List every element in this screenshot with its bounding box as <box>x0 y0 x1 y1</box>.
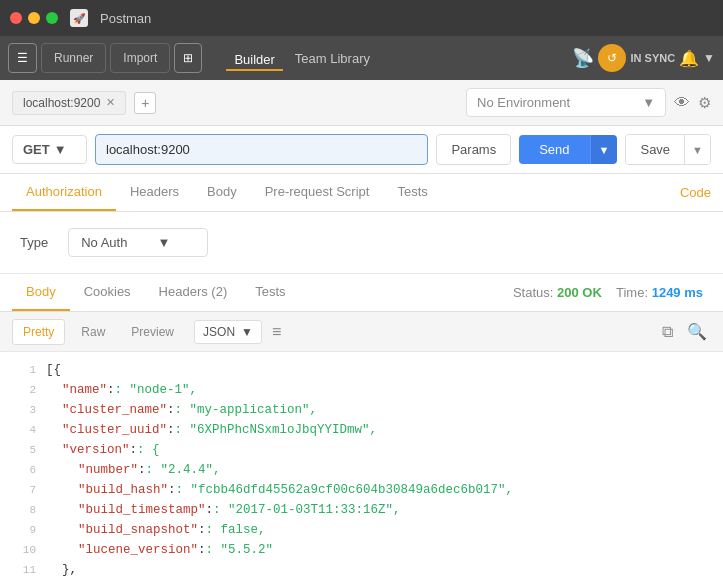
new-tab-button[interactable]: ⊞ <box>174 43 202 73</box>
sync-label: IN SYNC <box>630 52 675 64</box>
search-icon[interactable]: 🔍 <box>683 318 711 345</box>
line-number: 9 <box>8 522 36 540</box>
body-toolbar: Pretty Raw Preview JSON ▼ ≡ ⧉ 🔍 <box>0 312 723 352</box>
method-selector[interactable]: GET ▼ <box>12 135 87 164</box>
send-dropdown-button[interactable]: ▼ <box>590 135 618 164</box>
tab-body[interactable]: Body <box>193 174 251 211</box>
json-line: 1[{ <box>0 360 723 380</box>
send-label: Send <box>539 142 569 157</box>
params-button[interactable]: Params <box>436 134 511 165</box>
line-number: 7 <box>8 482 36 500</box>
titlebar: 🚀 Postman <box>0 0 723 36</box>
params-label: Params <box>451 142 496 157</box>
save-caret-icon: ▼ <box>692 144 703 156</box>
env-label: No Environment <box>477 95 570 110</box>
minimize-button[interactable] <box>28 12 40 24</box>
save-dropdown-button[interactable]: ▼ <box>684 135 710 164</box>
auth-type-selector[interactable]: No Auth ▼ <box>68 228 208 257</box>
import-label: Import <box>123 51 157 65</box>
tab-tests[interactable]: Tests <box>383 174 441 211</box>
format-selector[interactable]: JSON ▼ <box>194 320 262 344</box>
json-line: 7"build_hash":: "fcbb46dfd45562a9cf00c60… <box>0 480 723 500</box>
line-content: "cluster_name":: "my-application", <box>46 400 715 420</box>
tab-url: localhost:9200 <box>23 96 100 110</box>
env-right-controls: 👁 ⚙ <box>674 94 711 112</box>
line-number: 4 <box>8 422 36 440</box>
settings-icon[interactable]: ⚙ <box>698 94 711 112</box>
json-line: 2"name":: "node-1", <box>0 380 723 400</box>
line-content: "version":: { <box>46 440 715 460</box>
json-line: 11}, <box>0 560 723 577</box>
new-request-button[interactable]: + <box>134 92 156 114</box>
resp-tab-cookies[interactable]: Cookies <box>70 274 145 311</box>
env-chevron-icon: ▼ <box>642 95 655 110</box>
line-number: 3 <box>8 402 36 420</box>
tab-authorization[interactable]: Authorization <box>12 174 116 211</box>
import-button[interactable]: Import <box>110 43 170 73</box>
line-content: "build_snapshot":: false, <box>46 520 715 540</box>
preview-button[interactable]: Preview <box>121 320 184 344</box>
response-area: Body Cookies Headers (2) Tests Status: 2… <box>0 274 723 577</box>
sidebar-toggle-button[interactable]: ☰ <box>8 43 37 73</box>
close-button[interactable] <box>10 12 22 24</box>
builder-tab[interactable]: Builder <box>226 48 282 71</box>
send-button-group: Send ▼ <box>519 135 617 164</box>
json-line: 9"build_snapshot":: false, <box>0 520 723 540</box>
request-bar: GET ▼ Params Send ▼ Save ▼ <box>0 126 723 174</box>
response-status-area: Status: 200 OK Time: 1249 ms <box>300 285 711 300</box>
maximize-button[interactable] <box>46 12 58 24</box>
auth-section: Type No Auth ▼ <box>0 212 723 274</box>
time-prefix: Time: <box>616 285 648 300</box>
resp-tab-headers[interactable]: Headers (2) <box>145 274 242 311</box>
runner-label: Runner <box>54 51 93 65</box>
line-number: 2 <box>8 382 36 400</box>
resp-tab-body[interactable]: Body <box>12 274 70 311</box>
status-value: 200 OK <box>557 285 602 300</box>
pretty-button[interactable]: Pretty <box>12 319 65 345</box>
wrap-icon[interactable]: ≡ <box>272 323 281 341</box>
json-viewer: 1[{2"name":: "node-1",3"cluster_name":: … <box>0 352 723 577</box>
main-area: localhost:9200 ✕ + No Environment ▼ 👁 ⚙ … <box>0 80 723 577</box>
status-prefix: Status: <box>513 285 553 300</box>
sync-icon[interactable]: ↺ <box>598 44 626 72</box>
bell-icon[interactable]: 🔔 <box>679 49 699 68</box>
sync-area: 📡 ↺ IN SYNC <box>572 44 675 72</box>
line-number: 10 <box>8 542 36 560</box>
line-content: "lucene_version":: "5.5.2" <box>46 540 715 560</box>
save-button-group: Save ▼ <box>625 134 711 165</box>
window-controls <box>10 12 58 24</box>
json-line: 3"cluster_name":: "my-application", <box>0 400 723 420</box>
request-tabs: Authorization Headers Body Pre-request S… <box>0 174 723 212</box>
raw-button[interactable]: Raw <box>71 320 115 344</box>
navbar: ☰ Runner Import ⊞ Builder Team Library 📡… <box>0 36 723 80</box>
request-tab[interactable]: localhost:9200 ✕ <box>12 91 126 115</box>
auth-chevron-icon: ▼ <box>157 235 170 250</box>
environment-selector[interactable]: No Environment ▼ <box>466 88 666 117</box>
line-number: 6 <box>8 462 36 480</box>
tab-prerequest[interactable]: Pre-request Script <box>251 174 384 211</box>
line-content: "name":: "node-1", <box>46 380 715 400</box>
line-number: 8 <box>8 502 36 520</box>
line-content: "cluster_uuid":: "6XPhPhcNSxmloJbqYYIDmw… <box>46 420 715 440</box>
runner-button[interactable]: Runner <box>41 43 106 73</box>
app-title: Postman <box>100 11 151 26</box>
line-content: "build_timestamp":: "2017-01-03T11:33:16… <box>46 500 715 520</box>
method-chevron-icon: ▼ <box>54 142 67 157</box>
method-label: GET <box>23 142 50 157</box>
dropdown-icon[interactable]: ▼ <box>703 51 715 65</box>
resp-tab-tests[interactable]: Tests <box>241 274 299 311</box>
url-input[interactable] <box>95 134 428 165</box>
team-library-tab[interactable]: Team Library <box>287 47 378 70</box>
format-chevron-icon: ▼ <box>241 325 253 339</box>
copy-icon[interactable]: ⧉ <box>658 319 677 345</box>
json-line: 8"build_timestamp":: "2017-01-03T11:33:1… <box>0 500 723 520</box>
tab-close-icon[interactable]: ✕ <box>106 96 115 109</box>
send-button[interactable]: Send <box>519 135 589 164</box>
save-button[interactable]: Save <box>626 135 684 164</box>
tab-headers[interactable]: Headers <box>116 174 193 211</box>
code-link[interactable]: Code <box>680 175 711 210</box>
eye-icon[interactable]: 👁 <box>674 94 690 112</box>
response-tabs: Body Cookies Headers (2) Tests Status: 2… <box>0 274 723 312</box>
auth-type-label: Type <box>20 235 48 250</box>
plus-icon: + <box>141 95 149 111</box>
